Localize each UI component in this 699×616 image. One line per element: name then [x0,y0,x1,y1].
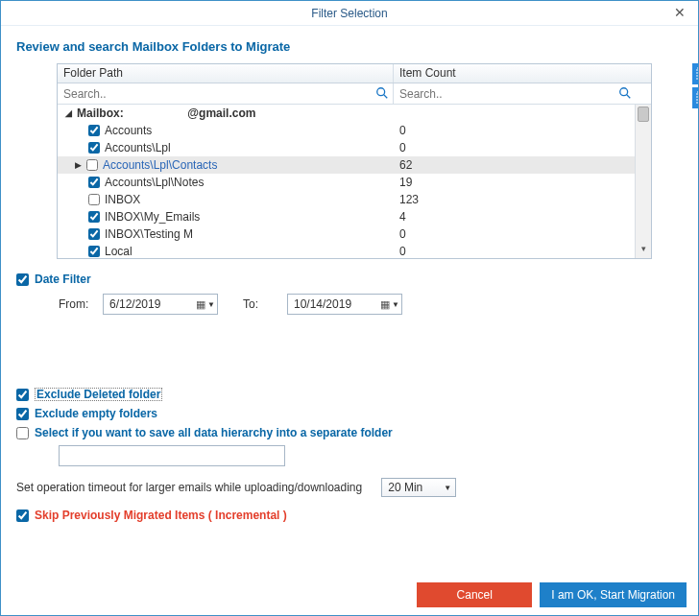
page-heading: Review and search Mailbox Folders to Mig… [16,39,683,54]
folder-label: INBOX [105,193,140,206]
mailbox-label: Mailbox: [77,107,124,120]
select-all-button[interactable] [692,63,699,84]
start-migration-button[interactable]: I am OK, Start Migration [540,582,687,607]
folder-label: Accounts\Lpl [105,141,171,154]
to-date-picker[interactable]: 10/14/2019 ▦▼ [287,294,402,315]
calendar-icon: ▦ [380,298,390,311]
item-count: 62 [394,158,651,172]
column-header-path[interactable]: Folder Path [58,64,394,83]
search-count-input[interactable] [398,86,647,102]
item-count: 19 [394,176,651,189]
folder-label: Local [105,245,133,258]
to-date-value: 10/14/2019 [294,297,351,311]
item-count: 0 [394,227,651,241]
cancel-button[interactable]: Cancel [417,582,532,607]
mailbox-root-row[interactable]: ◢ Mailbox: @gmail.com [58,105,651,122]
table-row[interactable]: Accounts0 [58,122,651,139]
item-count: 0 [394,124,651,137]
save-hierarchy-checkbox[interactable] [16,427,29,439]
item-count: 4 [394,210,651,224]
from-label: From: [59,297,93,311]
column-header-count[interactable]: Item Count [394,64,651,83]
folder-label: INBOX\Testing M [105,227,193,241]
folder-checkbox[interactable] [88,177,100,188]
timeout-label: Set operation timeout for larger emails … [16,481,362,494]
table-row[interactable]: Local0 [58,243,651,258]
calendar-icon: ▦ [196,298,205,311]
grid-body[interactable]: ◢ Mailbox: @gmail.com Accounts0Accounts\… [58,105,651,258]
chevron-down-icon: ▼ [392,300,399,309]
table-row[interactable]: INBOX123 [58,191,651,208]
grid-header: Folder Path Item Count [58,64,651,83]
from-date-picker[interactable]: 6/12/2019 ▦▼ [103,294,218,315]
from-date-value: 6/12/2019 [109,297,160,311]
exclude-deleted-checkbox[interactable] [16,389,29,401]
mailbox-email: @gmail.com [187,107,255,120]
item-count: 0 [394,141,651,154]
exclude-deleted-label: Exclude Deleted folder [35,388,162,401]
table-row[interactable]: INBOX\My_Emails4 [58,208,651,225]
folder-label: Accounts\Lpl\Contacts [103,158,217,172]
close-icon[interactable]: ✕ [667,1,692,26]
table-row[interactable]: Accounts\Lpl\Notes19 [58,174,651,191]
table-row[interactable]: INBOX\Testing M0 [58,225,651,243]
scrollbar-thumb[interactable] [638,107,649,122]
to-label: To: [243,297,277,311]
date-filter-checkbox[interactable] [16,273,29,286]
exclude-empty-label: Exclude empty folders [35,407,157,420]
grid-search-row [58,83,651,105]
folder-grid: Folder Path Item Count [57,63,652,259]
search-path-input[interactable] [61,86,389,102]
window-title: Filter Selection [311,7,387,20]
folder-checkbox[interactable] [88,228,100,240]
timeout-value: 20 Min [388,481,422,494]
folder-label: Accounts [105,124,152,137]
folder-checkbox[interactable] [88,125,100,136]
item-count: 123 [394,193,651,206]
item-count: 0 [394,245,651,258]
exclude-empty-checkbox[interactable] [16,408,29,420]
folder-checkbox[interactable] [88,246,100,257]
chevron-down-icon: ▼ [444,484,451,492]
skip-migrated-label: Skip Previously Migrated Items ( Increme… [35,509,287,522]
vertical-scrollbar[interactable]: ▾ [635,105,651,258]
chevron-down-icon: ▼ [207,300,215,309]
scroll-down-icon[interactable]: ▾ [636,242,651,258]
folder-checkbox[interactable] [88,142,100,154]
expand-icon[interactable]: ▶ [75,160,84,170]
timeout-select[interactable]: 20 Min ▼ [381,478,456,497]
table-row[interactable]: ▶Accounts\Lpl\Contacts62 [58,156,651,174]
date-filter-label: Date Filter [35,272,91,286]
folder-checkbox[interactable] [88,194,100,205]
table-row[interactable]: Accounts\Lpl0 [58,139,651,156]
collapse-icon[interactable]: ◢ [65,108,75,118]
skip-migrated-checkbox[interactable] [16,509,29,522]
folder-label: INBOX\My_Emails [105,210,200,224]
folder-label: Accounts\Lpl\Notes [105,176,204,189]
footer: Cancel I am OK, Start Migration [1,575,698,615]
hierarchy-folder-input[interactable] [59,445,285,466]
save-hierarchy-label: Select if you want to save all data hier… [35,426,393,439]
folder-checkbox[interactable] [86,159,98,171]
folder-checkbox[interactable] [88,211,100,223]
deselect-all-button[interactable] [692,87,699,108]
titlebar: Filter Selection ✕ [1,1,698,26]
